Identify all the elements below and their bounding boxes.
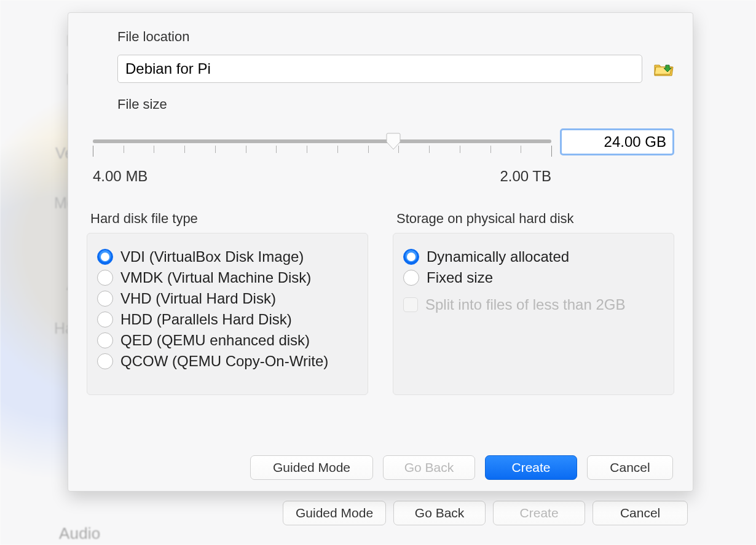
storage-group: Dynamically allocatedFixed sizeSplit int…: [393, 233, 674, 395]
file-type-option-radio-1[interactable]: [97, 270, 113, 286]
file-type-option-row-2[interactable]: VHD (Virtual Hard Disk): [97, 290, 358, 307]
file-type-option-label-2: VHD (Virtual Hard Disk): [120, 290, 276, 307]
file-size-slider-ticks: [93, 146, 551, 159]
cancel-button[interactable]: Cancel: [587, 455, 673, 480]
file-type-option-row-5[interactable]: QCOW (QEMU Copy-On-Write): [97, 353, 358, 370]
file-type-option-radio-5[interactable]: [97, 353, 113, 369]
file-type-option-label-5: QCOW (QEMU Copy-On-Write): [120, 353, 328, 370]
storage-label: Storage on physical hard disk: [396, 211, 674, 227]
file-type-option-row-4[interactable]: QED (QEMU enhanced disk): [97, 332, 358, 349]
go-back-button: Go Back: [383, 455, 475, 480]
bg-create-button: Create: [493, 501, 585, 525]
browse-folder-button[interactable]: [653, 60, 674, 78]
file-type-option-label-4: QED (QEMU enhanced disk): [120, 332, 310, 349]
file-type-option-label-1: VMDK (Virtual Machine Disk): [120, 269, 311, 286]
storage-option-radio-0[interactable]: [403, 249, 419, 265]
guided-mode-button[interactable]: Guided Mode: [250, 455, 373, 480]
background-button-row: Guided Mode Go Back Create Cancel: [283, 501, 688, 525]
create-button[interactable]: Create: [485, 455, 577, 480]
bg-audio-label: Audio: [59, 524, 101, 543]
storage-option-row-0[interactable]: Dynamically allocated: [403, 248, 664, 265]
file-type-option-radio-4[interactable]: [97, 332, 113, 348]
storage-option-row-1[interactable]: Fixed size: [403, 269, 664, 286]
file-type-option-row-1[interactable]: VMDK (Virtual Machine Disk): [97, 269, 358, 286]
file-location-label: File location: [117, 29, 674, 45]
file-size-label: File size: [117, 96, 674, 112]
file-size-max-label: 2.00 TB: [500, 168, 551, 185]
storage-option-radio-1[interactable]: [403, 270, 419, 286]
file-size-min-label: 4.00 MB: [93, 168, 148, 185]
split-files-row: Split into files of less than 2GB: [403, 296, 664, 313]
split-files-checkbox: [403, 297, 418, 312]
file-type-option-label-0: VDI (VirtualBox Disk Image): [120, 248, 304, 265]
bg-go-back-button[interactable]: Go Back: [393, 501, 486, 525]
storage-option-label-1: Fixed size: [427, 269, 493, 286]
file-type-option-radio-3[interactable]: [97, 312, 113, 327]
file-type-option-radio-0[interactable]: [97, 249, 113, 265]
split-files-label: Split into files of less than 2GB: [425, 296, 626, 313]
file-size-slider-thumb[interactable]: [385, 132, 401, 151]
file-type-option-row-3[interactable]: HDD (Parallels Hard Disk): [97, 311, 358, 328]
file-type-option-label-3: HDD (Parallels Hard Disk): [120, 311, 292, 328]
dialog-button-row: Guided Mode Go Back Create Cancel: [87, 447, 674, 480]
storage-option-label-0: Dynamically allocated: [427, 248, 569, 265]
file-type-option-radio-2[interactable]: [97, 291, 113, 307]
file-type-group: VDI (VirtualBox Disk Image)VMDK (Virtual…: [87, 233, 368, 395]
file-location-input[interactable]: [117, 55, 642, 83]
bg-guided-mode-button[interactable]: Guided Mode: [283, 501, 386, 525]
file-type-option-row-0[interactable]: VDI (VirtualBox Disk Image): [97, 248, 358, 265]
file-type-label: Hard disk file type: [90, 211, 368, 227]
create-vhd-dialog: File location File size 4.00 MB 2.00 TB …: [68, 12, 693, 492]
folder-open-icon: [653, 60, 674, 78]
file-size-slider-track[interactable]: [93, 139, 551, 143]
bg-cancel-button[interactable]: Cancel: [593, 501, 688, 525]
file-size-input[interactable]: [560, 128, 674, 155]
